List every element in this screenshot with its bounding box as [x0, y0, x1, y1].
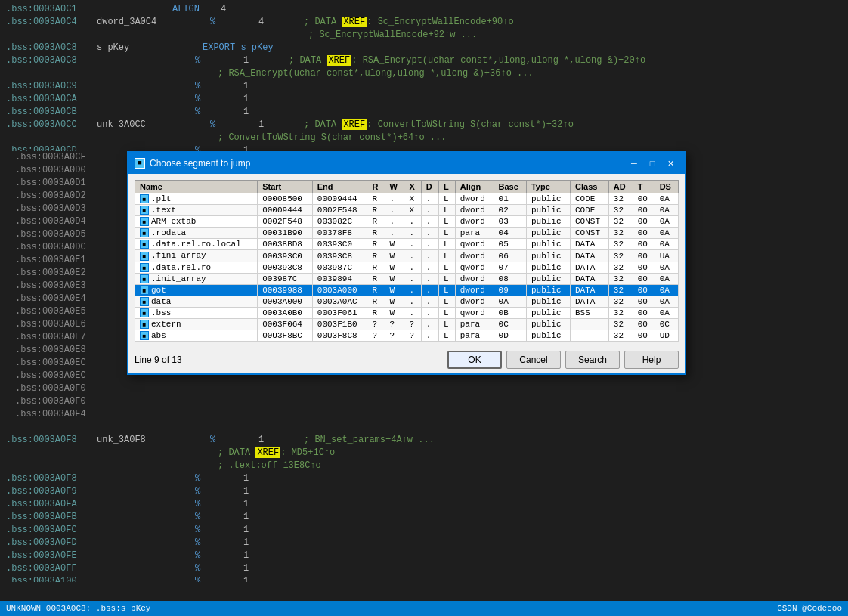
col-x: X	[404, 181, 421, 193]
dialog-footer: Line 9 of 13 OK Cancel Search Help	[128, 348, 685, 373]
dialog-app-icon: ■	[135, 158, 145, 169]
table-row[interactable]: ■abs00U3F8BC00U3F8C8???.Lpara0Dpublic320…	[135, 330, 679, 342]
row-icon: ■	[140, 274, 149, 283]
col-name: Name	[135, 181, 258, 193]
col-ad: AD	[608, 181, 633, 193]
close-button[interactable]: ✕	[662, 156, 679, 170]
dialog-content: Name Start End R W X D L Align Base Type…	[128, 174, 685, 348]
col-align: Align	[455, 181, 494, 193]
dialog-title-text: Choose segment to jump	[150, 158, 250, 169]
maximize-button[interactable]: □	[644, 156, 661, 170]
cancel-button[interactable]: Cancel	[506, 351, 561, 369]
table-row[interactable]: ■.rodata00031B9000378F8R...Lpara04public…	[135, 228, 679, 239]
table-row[interactable]: ■got000399880003A000RW..Ldword09publicDA…	[135, 284, 679, 296]
help-button[interactable]: Help	[624, 351, 679, 369]
row-icon: ■	[140, 297, 149, 306]
row-icon: ■	[140, 331, 149, 340]
search-button[interactable]: Search	[565, 351, 620, 369]
status-text: UNKNOWN 0003A0C8: .bss:s_pKey	[6, 604, 150, 613]
col-base: Base	[494, 181, 526, 193]
table-row[interactable]: ■.bss0003A0B00003F061RW..Lqword0BpublicB…	[135, 307, 679, 318]
dialog-titlebar: ■ Choose segment to jump ─ □ ✕	[128, 153, 685, 174]
table-row[interactable]: ■.data.rel.ro000393C8003987CRW..Lqword07…	[135, 262, 679, 273]
segment-table: Name Start End R W X D L Align Base Type…	[135, 180, 679, 342]
row-icon: ■	[140, 286, 149, 295]
col-type: Type	[526, 181, 570, 193]
ok-button[interactable]: OK	[447, 351, 502, 369]
table-row[interactable]: ■.fini_array000393C000393C8RW..Ldword06p…	[135, 250, 679, 262]
table-row[interactable]: ■.init_array003987C0039894RW..Ldword08pu…	[135, 273, 679, 284]
row-icon: ■	[140, 240, 149, 249]
row-icon: ■	[140, 206, 149, 215]
row-icon: ■	[140, 217, 149, 226]
col-class: Class	[571, 181, 609, 193]
row-icon: ■	[140, 194, 149, 203]
col-r: R	[367, 181, 385, 193]
dialog-title-left: ■ Choose segment to jump	[135, 158, 250, 169]
col-d: D	[421, 181, 438, 193]
row-icon: ■	[140, 308, 149, 317]
table-row[interactable]: ■data0003A0000003A0ACRW..Ldword0ApublicD…	[135, 296, 679, 307]
table-row[interactable]: ■.plt0000850000009444R.X.Ldword01publicC…	[135, 193, 679, 205]
minimize-button[interactable]: ─	[626, 156, 642, 170]
col-ds: DS	[655, 181, 678, 193]
dialog-window-controls[interactable]: ─ □ ✕	[626, 156, 679, 170]
table-row[interactable]: ■.data.rel.ro.local00038BD800393C0RW..Lq…	[135, 239, 679, 250]
choose-segment-dialog: ■ Choose segment to jump ─ □ ✕ Name Star…	[127, 151, 686, 375]
col-start: Start	[258, 181, 313, 193]
row-icon: ■	[140, 263, 149, 272]
dialog-overlay: ■ Choose segment to jump ─ □ ✕ Name Star…	[0, 0, 848, 616]
row-icon: ■	[140, 320, 149, 329]
col-w: W	[385, 181, 404, 193]
row-icon: ■	[140, 252, 149, 261]
table-row[interactable]: ■ARM_extab0002F548003082CR...Ldword03pub…	[135, 216, 679, 228]
table-row[interactable]: ■extern0003F0640003F1B0???.Lpara0Cpublic…	[135, 319, 679, 330]
col-end: End	[312, 181, 367, 193]
table-header-row: Name Start End R W X D L Align Base Type…	[135, 181, 679, 193]
watermark: CSDN @Codecoo	[777, 604, 842, 613]
table-row[interactable]: ■.text000094440002F548R.X.Ldword02public…	[135, 205, 679, 216]
row-icon: ■	[140, 228, 149, 237]
col-t: T	[633, 181, 655, 193]
line-info: Line 9 of 13	[135, 354, 182, 365]
dialog-buttons: OK Cancel Search Help	[447, 351, 679, 369]
editor-background: .bss:0003A0C1 ALIGN 4 .bss:0003A0C4 dwor…	[0, 0, 848, 616]
status-bar: UNKNOWN 0003A0C8: .bss:s_pKey CSDN @Code…	[0, 601, 848, 616]
col-l: L	[438, 181, 455, 193]
